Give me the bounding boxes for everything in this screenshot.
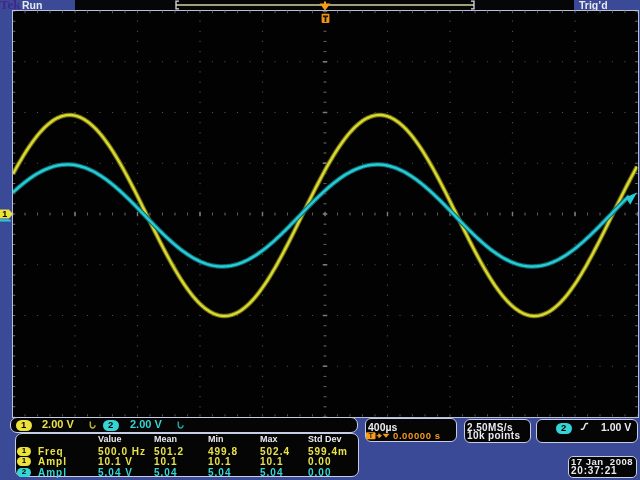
svg-text:T: T (368, 432, 373, 440)
svg-text:1: 1 (2, 209, 7, 219)
